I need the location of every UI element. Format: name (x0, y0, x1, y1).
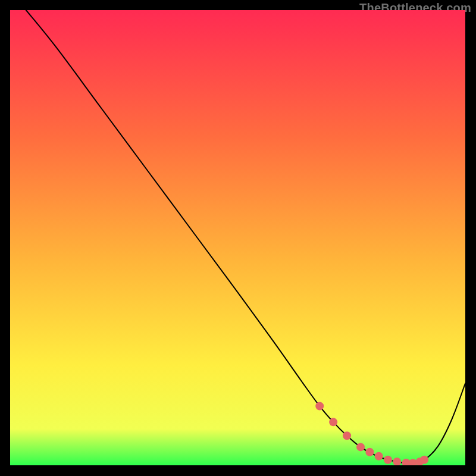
highlight-marker (384, 456, 392, 464)
highlight-marker (356, 443, 365, 451)
highlight-marker (315, 402, 324, 411)
highlight-marker (343, 431, 351, 440)
chart-container: { "watermark": "TheBottleneck.com", "col… (0, 0, 476, 476)
highlight-marker (375, 452, 383, 461)
highlight-marker (329, 418, 337, 426)
gradient-background (10, 10, 465, 465)
bottleneck-chart (10, 10, 465, 465)
highlight-marker (365, 448, 374, 456)
highlight-marker (420, 456, 428, 464)
